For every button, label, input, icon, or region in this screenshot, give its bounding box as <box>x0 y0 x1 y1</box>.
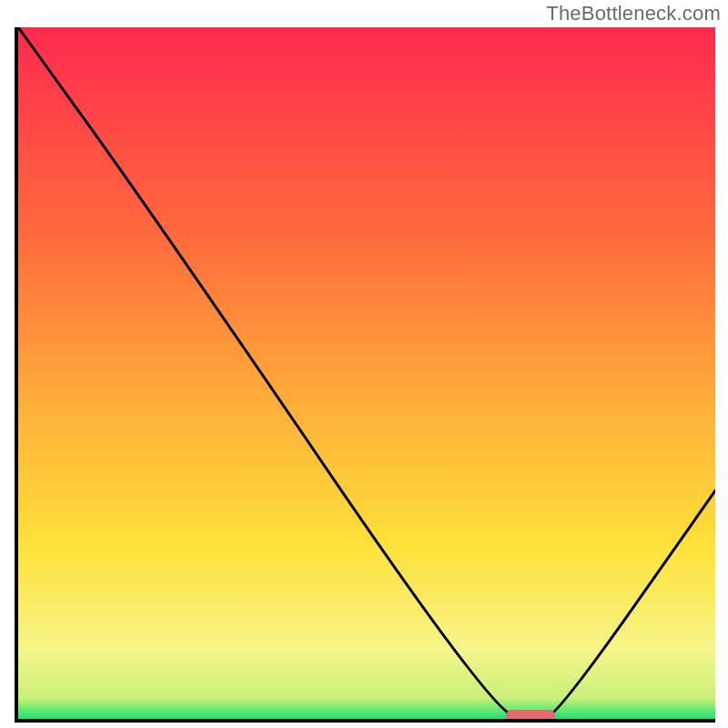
chart-root: TheBottleneck.com <box>0 0 728 728</box>
gradient-background <box>18 27 715 719</box>
chart-canvas <box>18 27 715 719</box>
watermark: TheBottleneck.com <box>546 2 721 25</box>
optimal-range-marker <box>506 710 555 719</box>
